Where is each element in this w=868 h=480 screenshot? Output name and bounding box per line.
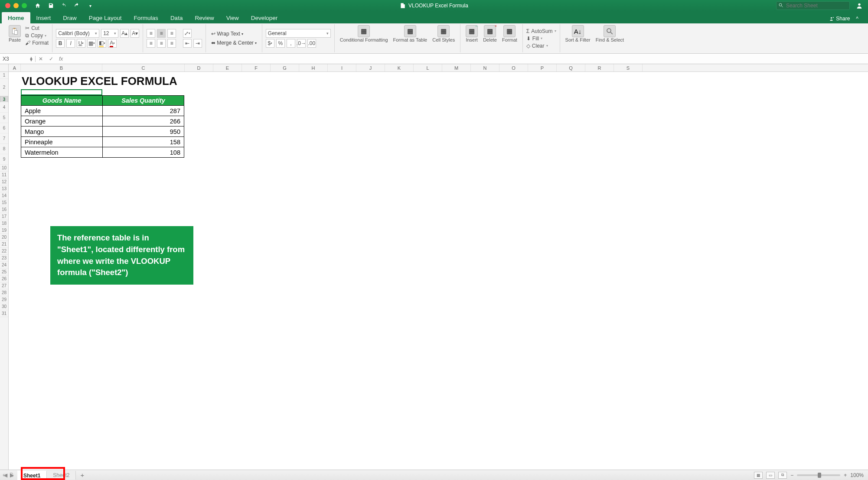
insert-cells-button[interactable]: ▦←Insert: [464, 25, 480, 52]
wrap-icon: ↩: [211, 31, 215, 37]
merge-icon: ⬌: [211, 40, 215, 46]
name-box[interactable]: X3 ▴▾: [0, 56, 36, 62]
fill-down-icon: ⬇: [526, 36, 531, 42]
maximize-window-icon[interactable]: [22, 3, 27, 8]
ribbon-tabs: Home Insert Draw Page Layout Formulas Da…: [0, 11, 868, 23]
increase-decimal-icon[interactable]: .0→: [297, 39, 306, 48]
brush-icon: 🖌: [25, 40, 30, 46]
format-as-table-button[interactable]: ▦Format as Table: [392, 25, 429, 52]
align-middle-icon[interactable]: ≡: [157, 29, 166, 38]
decrease-decimal-icon[interactable]: .00: [307, 39, 316, 48]
cell-styles-button[interactable]: ▦Cell Styles: [431, 25, 457, 52]
clear-button[interactable]: ◇Clear▾: [526, 43, 556, 49]
window-controls[interactable]: [0, 3, 32, 8]
font-size-select[interactable]: 12▾: [101, 29, 118, 38]
account-icon[interactable]: [856, 2, 863, 9]
comma-icon[interactable]: ,: [287, 39, 295, 48]
cancel-formula-icon[interactable]: ✕: [36, 56, 46, 62]
italic-button[interactable]: I: [66, 39, 75, 48]
save-icon[interactable]: [48, 3, 55, 9]
increase-font-icon[interactable]: A▴: [120, 29, 129, 38]
align-bottom-icon[interactable]: ≡: [167, 29, 176, 38]
tab-page-layout[interactable]: Page Layout: [83, 12, 128, 23]
copy-button[interactable]: ⧉Copy▾: [25, 32, 49, 39]
format-painter-button[interactable]: 🖌Format: [25, 40, 49, 46]
percent-icon[interactable]: %: [276, 39, 285, 48]
find-select-button[interactable]: Find & Select: [594, 25, 626, 52]
close-window-icon[interactable]: [5, 3, 10, 8]
paste-button[interactable]: Paste: [7, 25, 23, 52]
tab-data[interactable]: Data: [164, 12, 189, 23]
conditional-formatting-icon: ▦: [358, 25, 370, 37]
number-format-select[interactable]: General▾: [266, 29, 331, 38]
tab-formulas[interactable]: Formulas: [128, 12, 164, 23]
align-left-icon[interactable]: ≡: [147, 39, 155, 48]
excel-file-icon: [400, 3, 406, 9]
fill-button[interactable]: ⬇Fill▾: [526, 36, 556, 42]
search-input[interactable]: [776, 1, 850, 10]
search-icon: [778, 3, 783, 8]
bold-button[interactable]: B: [56, 39, 65, 48]
align-top-icon[interactable]: ≡: [147, 29, 155, 38]
tab-home[interactable]: Home: [2, 12, 30, 23]
formula-bar-row: X3 ▴▾ ✕ ✓ fx: [0, 54, 868, 64]
sigma-icon: Σ: [526, 28, 529, 34]
tab-view[interactable]: View: [220, 12, 245, 23]
svg-point-2: [858, 3, 860, 6]
format-cells-button[interactable]: ▦Format: [500, 25, 519, 52]
border-button[interactable]: ▦▾: [87, 39, 96, 48]
fx-icon[interactable]: fx: [59, 56, 63, 62]
cell-styles-icon: ▦: [437, 25, 450, 37]
svg-rect-5: [13, 28, 16, 29]
cut-button[interactable]: ✂Cut: [25, 25, 49, 31]
svg-line-8: [611, 32, 613, 34]
conditional-formatting-button[interactable]: ▦Conditional Formatting: [338, 25, 390, 52]
undo-icon[interactable]: [61, 3, 68, 9]
orientation-icon[interactable]: ⤢▾: [183, 29, 192, 38]
redo-icon[interactable]: [74, 3, 81, 9]
svg-point-3: [831, 17, 832, 18]
share-icon: [829, 16, 834, 22]
minimize-window-icon[interactable]: [13, 3, 19, 8]
sort-filter-button[interactable]: A↓Sort & Filter: [564, 25, 592, 52]
qat-more-icon[interactable]: ▾: [87, 3, 94, 8]
underline-button[interactable]: U▾: [77, 39, 85, 48]
align-center-icon[interactable]: ≡: [157, 39, 166, 48]
share-button[interactable]: Share ^: [829, 16, 866, 23]
currency-icon[interactable]: $▾: [266, 39, 274, 48]
increase-indent-icon[interactable]: ⇥: [193, 39, 202, 48]
tab-insert[interactable]: Insert: [30, 12, 57, 23]
ribbon: Paste ✂Cut ⧉Copy▾ 🖌Format Calibri (Body)…: [0, 23, 868, 54]
title-bar: ▾ VLOOKUP Excel Formula: [0, 0, 868, 11]
confirm-formula-icon[interactable]: ✓: [46, 56, 56, 62]
tab-draw[interactable]: Draw: [57, 12, 83, 23]
search-sheet[interactable]: [776, 1, 850, 10]
paste-icon: [9, 25, 21, 37]
scissors-icon: ✂: [25, 25, 29, 31]
quick-access-toolbar: ▾: [35, 3, 94, 9]
font-name-select[interactable]: Calibri (Body)▾: [56, 29, 99, 38]
format-table-icon: ▦: [404, 25, 416, 37]
decrease-indent-icon[interactable]: ⇤: [183, 39, 192, 48]
svg-point-0: [779, 3, 782, 6]
collapse-ribbon-icon[interactable]: ^: [856, 16, 858, 22]
tab-review[interactable]: Review: [189, 12, 220, 23]
svg-point-7: [607, 29, 611, 32]
decrease-font-icon[interactable]: A▾: [131, 29, 139, 38]
tab-developer[interactable]: Developer: [245, 12, 284, 23]
fill-color-button[interactable]: ◧▾: [98, 39, 106, 48]
wrap-text-button[interactable]: ↩Wrap Text▾: [209, 30, 245, 38]
copy-icon: ⧉: [25, 32, 29, 39]
align-right-icon[interactable]: ≡: [167, 39, 176, 48]
merge-center-button[interactable]: ⬌Merge & Center▾: [209, 39, 258, 47]
delete-cells-button[interactable]: ▦×Delete: [481, 25, 499, 52]
sort-icon: A↓: [572, 25, 584, 37]
svg-rect-6: [14, 31, 17, 35]
home-icon[interactable]: [35, 3, 42, 9]
find-icon: [604, 25, 616, 37]
font-color-button[interactable]: A▾: [108, 39, 117, 48]
autosum-button[interactable]: ΣAutoSum▾: [526, 28, 556, 34]
formula-input[interactable]: [65, 55, 868, 63]
eraser-icon: ◇: [526, 43, 530, 49]
format-cells-icon: ▦: [503, 25, 516, 37]
